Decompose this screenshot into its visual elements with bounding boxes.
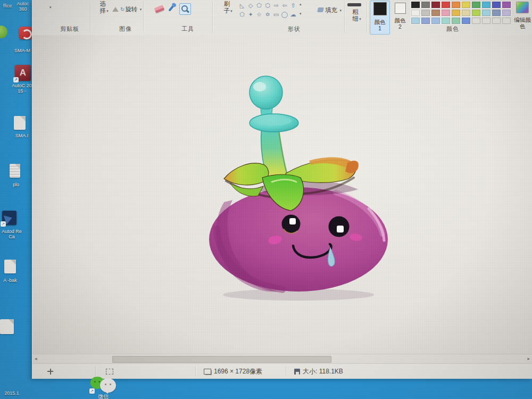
palette-swatch[interactable] (442, 10, 450, 16)
paint-window: ▾ 剪贴板 选择▾ ↻旋转 ▾ 图像 工具 刷子▾ (32, 0, 532, 379)
file-icon-sma[interactable] (14, 116, 26, 130)
shape-icon[interactable]: ⬠ (238, 10, 246, 19)
group-label-image: 图像 (119, 25, 132, 33)
desktop-label-wechat[interactable]: 微信 (93, 394, 114, 399)
palette-swatch[interactable] (502, 2, 511, 8)
desktop-left-strip: ffice Autoc 360 SMA-M A↗ AutoC 2015 - SM… (0, 0, 32, 399)
palette-swatch[interactable] (442, 2, 450, 8)
palette-swatch[interactable] (462, 10, 470, 16)
brush-button[interactable]: 刷子▾ (219, 1, 237, 14)
shape-icon[interactable]: ⬡ (263, 1, 272, 10)
shape-icon[interactable]: ✦ (246, 10, 255, 19)
file-size-indicator: 大小: 118.1KB (294, 364, 343, 379)
shape-icon[interactable]: ☆ (255, 10, 263, 19)
desktop-label-office[interactable]: ffice (1, 3, 14, 9)
shortcut-arrow-icon: ↗ (13, 77, 19, 82)
palette-swatch[interactable] (421, 10, 430, 16)
photo-of-screen: ffice Autoc 360 SMA-M A↗ AutoC 2015 - SM… (0, 0, 532, 399)
palette-swatch[interactable] (472, 2, 480, 8)
red-app-icon[interactable] (19, 27, 32, 39)
palette-swatch[interactable] (452, 2, 460, 8)
drawing-canvas[interactable] (32, 35, 532, 354)
palette-swatch[interactable] (502, 10, 511, 16)
desktop-label-plo[interactable]: plo (9, 182, 23, 187)
group-label-shapes: 形状 (288, 25, 301, 33)
color1-swatch (373, 2, 387, 15)
dropdown-caret-icon: ▾ (106, 9, 109, 13)
shape-icon[interactable]: ✡ (263, 10, 272, 19)
shape-fill-button[interactable]: 填充 ▾ (318, 5, 342, 14)
shape-icon[interactable]: ⬠ (255, 1, 263, 10)
desktop-label-2015[interactable]: 2015.1 (1, 390, 22, 396)
shapes-scroll-up-icon[interactable]: ▴ (300, 2, 302, 6)
shapes-grid-row1: ◺◇⬠⬡⇨⇦⇧ (238, 1, 297, 10)
scroll-right-icon[interactable]: ▸ (527, 356, 530, 361)
shape-icon[interactable]: ⇦ (280, 1, 289, 10)
magnifier-tool-button[interactable] (179, 3, 191, 15)
shape-icon[interactable]: ▭ (272, 10, 280, 19)
palette-swatch[interactable] (502, 18, 511, 24)
desktop-label-autocad360[interactable]: Autoc 360 (15, 1, 31, 12)
palette-swatch[interactable] (492, 18, 501, 24)
palette-swatch[interactable] (421, 18, 430, 24)
stem-ball-highlight (253, 82, 266, 92)
file-icon-bak[interactable] (4, 260, 16, 273)
palette-swatch[interactable] (462, 18, 470, 24)
size-button[interactable]: 粗细▾ (348, 9, 364, 22)
file-icon-partial[interactable] (0, 319, 14, 334)
wechat-icon[interactable]: ↗ (89, 377, 117, 395)
palette-swatch[interactable] (421, 2, 430, 8)
desktop-label-sma-i[interactable]: SMA.I (12, 133, 32, 138)
eraser-tool-icon[interactable] (154, 5, 165, 13)
dropdown-caret-icon: ▾ (339, 9, 342, 12)
palette-swatch[interactable] (482, 2, 491, 8)
palette-swatch[interactable] (452, 10, 460, 16)
shapes-scroll-down-icon[interactable]: ▾ (300, 12, 302, 16)
dropdown-caret-icon: ▾ (140, 7, 142, 11)
stroke-size-icon[interactable] (347, 3, 361, 6)
dropdown-caret-icon: ▾ (359, 17, 361, 21)
palette-swatch[interactable] (482, 18, 491, 24)
shape-icon[interactable]: ◯ (280, 10, 289, 19)
autocad-2015-icon[interactable]: A↗ (15, 65, 31, 81)
palette-swatch[interactable] (411, 18, 420, 24)
shape-icon[interactable]: ⇧ (289, 1, 297, 10)
paste-dropdown-caret-icon[interactable]: ▾ (49, 5, 52, 10)
palette-swatch[interactable] (492, 2, 501, 8)
color2-button[interactable]: 颜色2 (391, 1, 409, 34)
palette-swatch[interactable] (431, 18, 440, 24)
cursor-position-indicator (47, 364, 53, 379)
desktop-label-autocad2015[interactable]: AutoC 2015 - (12, 83, 32, 94)
palette-swatch[interactable] (411, 10, 420, 16)
desktop-label-bak[interactable]: A -bak (2, 278, 18, 283)
palette-swatch[interactable] (472, 10, 480, 16)
horizontal-scrollbar[interactable]: ◂ ▸ (32, 354, 532, 364)
shape-icon[interactable]: ◇ (246, 1, 255, 10)
shape-icon[interactable]: ⇨ (272, 1, 280, 10)
color-picker-tool-icon[interactable] (168, 5, 174, 12)
palette-swatch[interactable] (472, 18, 480, 24)
palette-swatch[interactable] (442, 18, 450, 24)
palette-swatch[interactable] (431, 10, 440, 16)
select-button[interactable]: 选择▾ (95, 1, 112, 14)
shape-icon[interactable]: ☁ (289, 10, 297, 19)
left-pupil (289, 218, 296, 225)
scrollbar-thumb[interactable] (112, 356, 331, 363)
color1-button[interactable]: 颜色1 (370, 1, 390, 35)
scroll-left-icon[interactable]: ◂ (35, 356, 37, 361)
palette-swatch[interactable] (411, 2, 420, 8)
green-app-icon[interactable] (0, 26, 7, 38)
rotate-button[interactable]: ↻旋转 ▾ (112, 4, 142, 13)
desktop-label-sma-m[interactable]: SMA-M (13, 48, 32, 53)
desktop-label-recap[interactable]: Autod ReCa (1, 229, 22, 239)
palette-swatch[interactable] (492, 10, 501, 16)
file-icon-plo[interactable] (10, 164, 20, 178)
dropdown-caret-icon: ▾ (230, 9, 232, 13)
palette-swatch[interactable] (462, 2, 470, 8)
palette-swatch[interactable] (431, 2, 440, 8)
shape-icon[interactable]: ◺ (238, 1, 246, 10)
palette-swatch[interactable] (452, 18, 460, 24)
recap-app-icon[interactable]: ↗ (2, 211, 16, 225)
palette-swatch[interactable] (482, 10, 491, 16)
edit-colors-button[interactable]: 编辑颜色 (513, 1, 531, 34)
